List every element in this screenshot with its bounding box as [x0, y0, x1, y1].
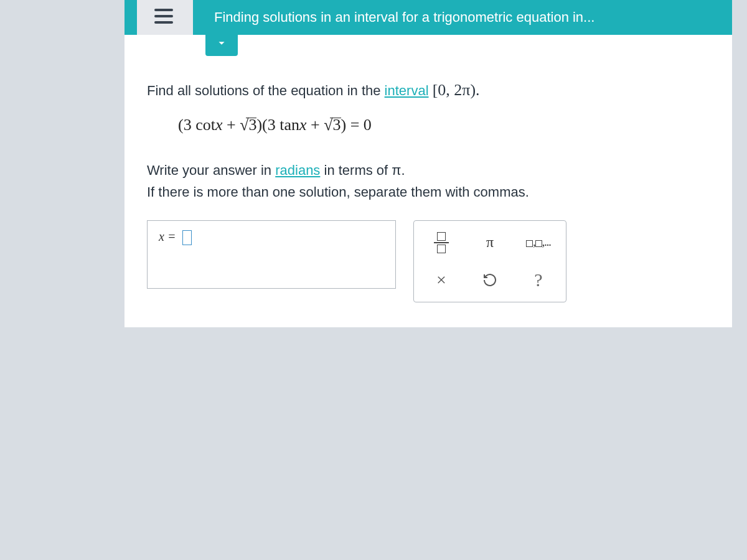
fraction-icon	[434, 232, 449, 253]
instr-post: in terms of π.	[320, 162, 405, 178]
pi-icon: π	[486, 234, 494, 251]
close-icon: ×	[436, 270, 446, 290]
content-panel: Find all solutions of the equation in th…	[125, 35, 732, 327]
radians-link[interactable]: radians	[275, 162, 320, 178]
answer-prefix: x =	[159, 230, 176, 243]
list-icon: ,,...	[526, 236, 551, 249]
reset-button[interactable]	[466, 262, 514, 298]
clear-button[interactable]: ×	[418, 262, 465, 298]
hamburger-menu-button[interactable]	[137, 0, 193, 35]
instr-pre: Write your answer in	[147, 162, 275, 178]
fraction-button[interactable]	[418, 225, 465, 261]
list-button[interactable]: ,,...	[515, 225, 562, 261]
interval-expression: [0, 2π).	[433, 81, 480, 99]
pi-button[interactable]: π	[466, 225, 514, 261]
math-toolbox: π ,,... × ?	[413, 220, 566, 302]
equation-display: (3 cotx + √3)(3 tanx + √3) = 0	[178, 116, 710, 134]
problem-instructions: Write your answer in radians in terms of…	[147, 159, 710, 203]
problem-line-1: Find all solutions of the equation in th…	[147, 77, 710, 103]
undo-icon	[482, 273, 497, 287]
answer-input[interactable]: x =	[147, 220, 396, 289]
chevron-down-icon	[215, 36, 228, 50]
answer-row: x = π ,,... × ?	[147, 220, 710, 302]
answer-placeholder-box	[182, 230, 192, 245]
page-title: Finding solutions in an interval for a t…	[214, 9, 594, 26]
interval-link[interactable]: interval	[385, 83, 429, 98]
instr-line3: If there is more than one solution, sepa…	[147, 184, 529, 200]
expand-toggle-button[interactable]	[205, 30, 238, 56]
help-icon: ?	[534, 269, 542, 291]
problem-text-pre: Find all solutions of the equation in th…	[147, 83, 385, 98]
help-button[interactable]: ?	[515, 262, 562, 298]
hamburger-icon	[154, 9, 173, 24]
